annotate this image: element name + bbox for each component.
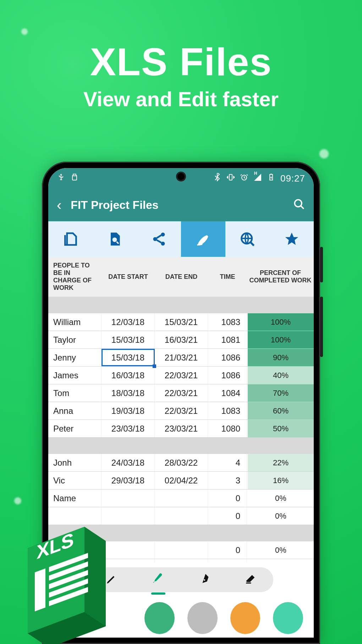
share-icon [151,231,167,247]
web-search-button[interactable] [225,221,270,257]
cell-date-end[interactable]: 21/03/21 [155,349,208,366]
toolbar [48,221,314,257]
promo-subtitle: View and Edit faster [0,87,362,111]
star-icon [284,231,300,247]
cell-name[interactable]: Jonh [48,454,102,471]
cell-date-start[interactable]: 19/03/18 [102,402,155,420]
signal-icon: H [253,173,262,184]
star-button[interactable] [269,221,314,257]
table-row[interactable]: William12/03/1815/03/211083100% [48,313,314,331]
cell-time[interactable]: 1083 [208,402,247,420]
cell-date-end[interactable] [155,541,208,559]
cell-date-end[interactable]: 02/04/22 [155,472,208,489]
cell-percent[interactable]: 50% [247,420,314,437]
cell-date-end[interactable]: 22/03/21 [155,402,208,420]
file-search-button[interactable] [93,221,137,257]
green-swatch[interactable] [144,602,175,634]
th-pct: PERCENT OF COMPLETED WORK [247,257,314,297]
cell-date-start[interactable]: 15/03/18 [102,349,155,366]
edit-pen-button[interactable] [181,221,225,257]
cell-time[interactable]: 1084 [208,384,247,402]
cell-date-end[interactable] [155,489,208,507]
table-row[interactable]: Jenny15/03/1821/03/21108690% [48,349,314,367]
phone-side-button [320,297,323,357]
table-row[interactable]: James16/03/1822/03/21108640% [48,367,314,384]
cell-date-end[interactable] [155,507,208,525]
files-icon [62,231,78,247]
table-row[interactable]: Taylor15/03/1816/03/211081100% [48,331,314,349]
cell-percent[interactable]: 0% [247,489,314,507]
cell-name[interactable]: Taylor [48,331,102,348]
cell-date-end[interactable]: 28/03/22 [155,454,208,471]
cell-time[interactable]: 0 [208,489,247,507]
cell-percent[interactable]: 90% [247,349,314,366]
pen-nib-tool[interactable] [199,573,212,586]
search-button[interactable] [293,198,305,212]
cell-date-start[interactable]: 24/03/18 [102,454,155,471]
web-search-icon [240,231,255,247]
share-button[interactable] [137,221,181,257]
orange-swatch[interactable] [230,602,260,634]
eraser-tool[interactable] [245,573,257,586]
cell-name[interactable]: William [48,313,102,331]
cell-percent[interactable]: 60% [247,402,314,420]
cell-date-end[interactable]: 22/03/21 [155,367,208,384]
svg-point-10 [204,579,205,581]
cell-name[interactable]: Jenny [48,349,102,366]
th-end: DATE END [155,257,208,297]
cell-percent[interactable]: 100% [247,313,314,331]
cell-date-start[interactable]: 18/03/18 [102,384,155,402]
cell-name[interactable]: Anna [48,402,102,420]
cell-time[interactable]: 0 [208,541,247,559]
back-button[interactable]: ‹ [57,197,61,213]
cell-percent[interactable]: 22% [247,454,314,471]
table-row[interactable]: Vic29/03/1802/04/22316% [48,472,314,489]
cell-time[interactable]: 4 [208,454,247,471]
cell-date-start[interactable] [102,489,155,507]
cell-name[interactable]: Peter [48,420,102,437]
table-row[interactable]: Name00% [48,489,314,507]
cell-date-start[interactable]: 15/03/18 [102,331,155,348]
teal-swatch[interactable] [273,602,303,634]
cell-date-end[interactable]: 23/03/21 [155,420,208,437]
cell-percent[interactable]: 0% [247,507,314,525]
cell-date-start[interactable]: 12/03/18 [102,313,155,331]
cell-time[interactable]: 0 [208,507,247,525]
cell-date-start[interactable]: 29/03/18 [102,472,155,489]
cell-percent[interactable]: 40% [247,367,314,384]
cell-name[interactable]: Vic [48,472,102,489]
files-button[interactable] [48,221,93,257]
cell-time[interactable]: 1080 [208,420,247,437]
table-row[interactable]: Anna19/03/1822/03/21108360% [48,402,314,420]
table-row[interactable]: Tom18/03/1822/03/21108470% [48,384,314,402]
table-row[interactable]: Jonh24/03/1828/03/22422% [48,454,314,472]
cell-time[interactable]: 1081 [208,331,247,348]
battery-icon [267,173,275,184]
brush-tool[interactable] [150,571,166,588]
cell-name[interactable]: James [48,367,102,384]
cell-name[interactable]: Name [48,489,102,507]
cell-percent[interactable]: 100% [247,331,314,348]
cell-time[interactable]: 1086 [208,367,247,384]
cell-percent[interactable]: 16% [247,472,314,489]
cell-time[interactable]: 3 [208,472,247,489]
th-start: DATE START [102,257,155,297]
cell-date-end[interactable]: 15/03/21 [155,313,208,331]
cell-date-start[interactable]: 16/03/18 [102,367,155,384]
cell-date-start[interactable]: 23/03/18 [102,420,155,437]
cell-percent[interactable]: 0% [247,541,314,559]
table-row[interactable]: Peter23/03/1823/03/21108050% [48,420,314,438]
phone-side-button [320,247,323,282]
cell-date-end[interactable]: 22/03/21 [155,384,208,402]
promo-title: XLS Files [0,39,362,84]
gray-swatch[interactable] [187,602,218,634]
cell-date-end[interactable]: 16/03/21 [155,331,208,348]
promo-background: XLS Files View and Edit faster H 09:27 [0,0,362,644]
svg-rect-0 [229,174,232,180]
cell-time[interactable]: 1086 [208,349,247,366]
cell-name[interactable]: Tom [48,384,102,402]
cell-percent[interactable]: 70% [247,384,314,402]
cell-time[interactable]: 1083 [208,313,247,331]
page-title: FIT Project Files [71,199,284,212]
brush-icon [150,571,166,587]
